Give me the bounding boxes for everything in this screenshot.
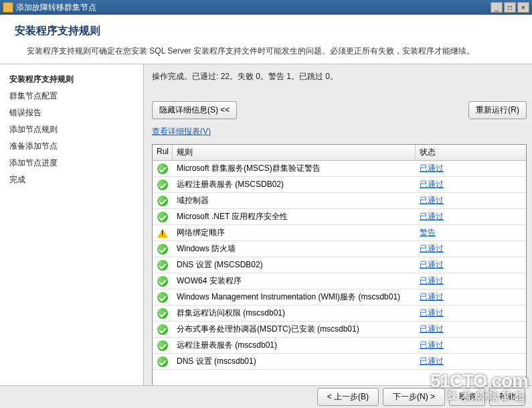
- status-icon-cell: [153, 163, 173, 174]
- table-row[interactable]: 域控制器已通过: [153, 193, 526, 209]
- status-link[interactable]: 已通过: [420, 212, 444, 221]
- status-link[interactable]: 已通过: [420, 260, 444, 269]
- table-row[interactable]: Windows Management Instrumentation (WMI)…: [153, 289, 526, 305]
- rule-status: 已通过: [416, 163, 526, 174]
- table-body: Microsoft 群集服务(MSCS)群集验证警告已通过远程注册表服务 (MS…: [153, 161, 526, 387]
- close-button[interactable]: ×: [517, 2, 529, 13]
- minimize-button[interactable]: _: [491, 2, 503, 13]
- table-row[interactable]: 分布式事务处理协调器(MSDTC)已安装 (mscsdb01)已通过: [153, 322, 526, 338]
- status-icon-cell: [153, 292, 173, 303]
- page-description: 安装程序支持规则可确定在您安装 SQL Server 安装程序支持文件时可能发生…: [27, 45, 517, 57]
- rule-status: 已通过: [416, 308, 526, 319]
- rule-name: WOW64 安装程序: [173, 275, 416, 287]
- page-header: 安装程序支持规则 安装程序支持规则可确定在您安装 SQL Server 安装程序…: [0, 15, 532, 64]
- sidebar-item-2[interactable]: 错误报告: [4, 105, 139, 121]
- status-link[interactable]: 已通过: [420, 196, 444, 205]
- col-status[interactable]: 状态: [416, 145, 526, 160]
- status-link[interactable]: 已通过: [420, 324, 444, 334]
- status-link[interactable]: 已通过: [420, 276, 444, 285]
- check-icon: [157, 180, 168, 190]
- status-icon-cell: [153, 276, 173, 287]
- help-button[interactable]: 帮助: [489, 388, 525, 406]
- rule-name: Microsoft .NET 应用程序安全性: [173, 211, 416, 222]
- status-icon-cell: [153, 260, 173, 271]
- rule-status: 已通过: [416, 243, 526, 255]
- table-row[interactable]: WOW64 安装程序已通过: [153, 273, 526, 289]
- title-bar: 添加故障转移群集节点 _ □ ×: [0, 0, 532, 15]
- app-icon: [3, 2, 13, 13]
- rule-name: 群集远程访问权限 (mscsdb01): [173, 308, 416, 319]
- rule-name: 远程注册表服务 (mscsdb01): [173, 340, 416, 351]
- check-icon: [157, 163, 168, 174]
- status-icon-cell: [153, 180, 173, 190]
- sidebar-item-1[interactable]: 群集节点配置: [4, 88, 139, 105]
- sidebar-item-4[interactable]: 准备添加节点: [4, 138, 139, 155]
- check-icon: [157, 308, 168, 319]
- rule-name: 网络绑定顺序: [173, 227, 416, 239]
- sidebar-item-6[interactable]: 完成: [4, 172, 139, 188]
- page-title: 安装程序支持规则: [15, 24, 517, 38]
- rule-status: 已通过: [416, 179, 526, 190]
- sidebar-item-5[interactable]: 添加节点进度: [4, 155, 139, 172]
- status-icon-cell: [153, 244, 173, 255]
- rule-status: 已通过: [416, 259, 526, 271]
- window-title: 添加故障转移群集节点: [16, 2, 491, 13]
- status-link[interactable]: 已通过: [420, 292, 444, 301]
- check-icon: [157, 340, 168, 351]
- table-row[interactable]: 网络绑定顺序警告: [153, 225, 526, 241]
- wizard-footer: < 上一步(B) 下一步(N) > 取消 帮助: [0, 385, 532, 408]
- hide-details-button[interactable]: 隐藏详细信息(S) <<: [152, 101, 237, 119]
- table-row[interactable]: Microsoft .NET 应用程序安全性已通过: [153, 209, 526, 225]
- warning-icon: [157, 228, 168, 238]
- maximize-button[interactable]: □: [504, 2, 516, 13]
- status-link[interactable]: 已通过: [420, 356, 444, 366]
- table-row[interactable]: 群集远程访问权限 (mscsdb01)已通过: [153, 305, 526, 322]
- rule-name: DNS 设置 (mscsdb01): [173, 356, 416, 367]
- toolbar: 隐藏详细信息(S) << 重新运行(R): [152, 101, 527, 119]
- status-link[interactable]: 已通过: [420, 163, 444, 173]
- status-icon-cell: [153, 340, 173, 351]
- body: 安装程序支持规则群集节点配置错误报告添加节点规则准备添加节点添加节点进度完成 操…: [0, 64, 532, 391]
- main-panel: 操作完成。已通过: 22。失败 0。警告 1。已跳过 0。 隐藏详细信息(S) …: [144, 64, 532, 391]
- table-row[interactable]: 远程注册表服务 (MSCSDB02)已通过: [153, 177, 526, 193]
- status-link[interactable]: 已通过: [420, 340, 444, 350]
- table-row[interactable]: Windows 防火墙已通过: [153, 241, 526, 257]
- check-icon: [157, 260, 168, 271]
- table-row[interactable]: DNS 设置 (mscsdb01)已通过: [153, 354, 526, 370]
- status-icon-cell: [153, 228, 173, 238]
- check-icon: [157, 244, 168, 255]
- sidebar-item-0[interactable]: 安装程序支持规则: [4, 71, 139, 88]
- check-icon: [157, 196, 168, 206]
- table-row[interactable]: 远程注册表服务 (mscsdb01)已通过: [153, 338, 526, 354]
- status-link[interactable]: 已通过: [420, 308, 444, 318]
- status-link[interactable]: 已通过: [420, 244, 444, 253]
- back-button[interactable]: < 上一步(B): [317, 388, 379, 406]
- operation-status: 操作完成。已通过: 22。失败 0。警告 1。已跳过 0。: [152, 71, 527, 82]
- view-report-link[interactable]: 查看详细报表(V): [152, 126, 527, 137]
- next-button[interactable]: 下一步(N) >: [383, 388, 445, 406]
- rerun-button[interactable]: 重新运行(R): [468, 101, 527, 119]
- cancel-button[interactable]: 取消: [449, 388, 485, 406]
- status-icon-cell: [153, 212, 173, 222]
- rule-status: 已通过: [416, 211, 526, 222]
- col-rule[interactable]: 规则: [173, 145, 416, 160]
- status-link[interactable]: 已通过: [420, 180, 444, 189]
- rule-status: 已通过: [416, 291, 526, 303]
- sidebar-item-3[interactable]: 添加节点规则: [4, 121, 139, 138]
- table-row[interactable]: DNS 设置 (MSCSDB02)已通过: [153, 257, 526, 273]
- status-icon-cell: [153, 196, 173, 206]
- window-controls: _ □ ×: [491, 2, 529, 13]
- rule-status: 警告: [416, 227, 526, 239]
- check-icon: [157, 324, 168, 335]
- rule-status: 已通过: [416, 356, 526, 367]
- rules-table: Rul 规则 状态 Microsoft 群集服务(MSCS)群集验证警告已通过远…: [152, 144, 527, 387]
- status-icon-cell: [153, 324, 173, 335]
- col-icon[interactable]: Rul: [153, 145, 173, 160]
- rule-name: 远程注册表服务 (MSCSDB02): [173, 179, 416, 190]
- rule-status: 已通过: [416, 324, 526, 335]
- rule-name: Windows Management Instrumentation (WMI)…: [173, 291, 416, 303]
- table-row[interactable]: Microsoft 群集服务(MSCS)群集验证警告已通过: [153, 161, 526, 177]
- status-link[interactable]: 警告: [420, 228, 436, 237]
- rule-status: 已通过: [416, 340, 526, 351]
- rule-name: 域控制器: [173, 195, 416, 206]
